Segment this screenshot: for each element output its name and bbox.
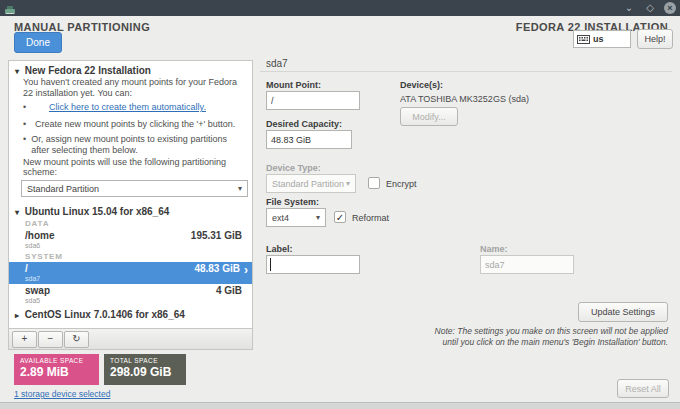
mount-name: / — [25, 263, 40, 274]
new-install-accordion-body: You haven't created any mount points for… — [9, 77, 252, 177]
mount-size: 195.31 GiB — [191, 230, 242, 249]
settings-note: Note: The settings you make on this scre… — [420, 326, 668, 348]
keyboard-layout-selector[interactable]: us — [573, 30, 631, 48]
mount-device: sda6 — [25, 241, 54, 250]
mount-size: 4 GiB — [216, 285, 242, 304]
bullet-plus-text: Create new mount points by clicking the … — [35, 119, 235, 130]
check-icon: ✓ — [336, 212, 344, 223]
encrypt-label: Encrypt — [386, 179, 417, 189]
file-system-label: File System: — [266, 197, 319, 207]
divider — [260, 71, 672, 72]
installer-app-icon — [4, 2, 16, 20]
keyboard-layout-value: us — [593, 34, 604, 44]
total-space-label: TOTAL SPACE — [110, 357, 180, 364]
mount-point-input[interactable] — [266, 91, 360, 110]
file-system-value: ext4 — [272, 213, 289, 223]
bullet-icon: • — [23, 134, 31, 155]
close-icon[interactable]: × — [664, 2, 676, 14]
name-input — [480, 255, 574, 274]
available-space-value: 2.89 MiB — [20, 365, 93, 379]
window-bottom-edge — [0, 402, 680, 409]
new-install-title: New Fedora 22 Installation — [25, 65, 151, 76]
manual-partitioning-window: ⌄ ◇ × MANUAL PARTITIONING FEDORA 22 INST… — [0, 0, 680, 409]
mount-device: sda5 — [25, 296, 50, 305]
bullet-icon: • — [23, 102, 35, 113]
collapse-icon: ▾ — [15, 208, 19, 217]
add-mount-button[interactable]: + — [12, 331, 37, 348]
label-field-label: Label: — [266, 244, 293, 254]
system-section-label: SYSTEM — [9, 251, 252, 262]
devices-label: Device(s): — [400, 80, 443, 90]
text-cursor — [270, 258, 271, 271]
mount-list-toolbar: + − ↻ — [9, 328, 252, 349]
name-field-label: Name: — [480, 244, 508, 254]
chevron-down-icon: ▾ — [238, 184, 242, 193]
collapse-icon: ▾ — [15, 67, 19, 76]
modify-devices-button[interactable]: Modify... — [400, 107, 458, 126]
mount-point-list-panel: ▾ New Fedora 22 Installation You haven't… — [8, 60, 253, 350]
partition-scheme-dropdown[interactable]: Standard Partition ▾ — [21, 180, 248, 197]
file-system-dropdown[interactable]: ext4 ▾ — [266, 208, 326, 227]
mount-size: 48.83 GiB — [194, 263, 240, 282]
reset-all-button[interactable]: Reset All — [617, 379, 669, 398]
device-type-value: Standard Partition — [272, 179, 344, 189]
chevron-down-icon: ▾ — [346, 179, 350, 188]
bullet-icon: • — [23, 119, 35, 130]
desired-capacity-input[interactable] — [266, 130, 352, 149]
os-group-centos[interactable]: ▸ CentOS Linux 7.0.1406 for x86_64 — [9, 306, 252, 321]
maximize-icon[interactable]: ◇ — [643, 1, 657, 15]
device-type-dropdown: Standard Partition ▾ — [266, 174, 356, 193]
mount-row-swap[interactable]: swap sda5 4 GiB — [9, 284, 252, 306]
available-space-badge: AVAILABLE SPACE 2.89 MiB — [14, 354, 99, 385]
minimize-icon[interactable]: ⌄ — [622, 1, 636, 15]
mount-device: sda7 — [25, 274, 40, 283]
expand-icon: ▸ — [15, 311, 19, 320]
ubuntu-group-title: Ubuntu Linux 15.04 for x86_64 — [25, 206, 170, 217]
new-install-accordion-header[interactable]: ▾ New Fedora 22 Installation — [9, 61, 252, 76]
chevron-down-icon: ▾ — [316, 213, 320, 222]
total-space-badge: TOTAL SPACE 298.09 GiB — [104, 354, 186, 385]
chevron-right-icon: › — [244, 263, 248, 282]
available-space-label: AVAILABLE SPACE — [20, 357, 93, 364]
reformat-checkbox[interactable]: ✓ — [334, 211, 346, 223]
window-titlebar: ⌄ ◇ × — [0, 0, 680, 16]
intro-text: You haven't created any mount points for… — [23, 77, 242, 98]
data-section-label: DATA — [9, 218, 252, 229]
refresh-icon[interactable]: ↻ — [64, 331, 89, 348]
done-button[interactable]: Done — [14, 32, 62, 53]
remove-mount-button[interactable]: − — [38, 331, 63, 348]
scheme-label: New mount points will use the following … — [23, 157, 242, 177]
mount-row-home[interactable]: /home sda6 195.31 GiB — [9, 229, 252, 251]
keyboard-icon — [577, 30, 590, 48]
encrypt-checkbox[interactable] — [368, 177, 380, 189]
update-settings-button[interactable]: Update Settings — [578, 302, 668, 322]
devices-value: ATA TOSHIBA MK3252GS (sda) — [400, 94, 529, 104]
mount-row-root[interactable]: / sda7 48.83 GiB › — [9, 262, 252, 284]
scheme-selected-value: Standard Partition — [27, 184, 99, 194]
desired-capacity-label: Desired Capacity: — [266, 119, 342, 129]
mount-name: /home — [25, 230, 54, 241]
help-button[interactable]: Help! — [637, 29, 673, 49]
bullet-assign-text: Or, assign new mount points to existing … — [31, 134, 242, 155]
label-input[interactable] — [266, 255, 360, 274]
total-space-value: 298.09 GiB — [110, 365, 180, 379]
storage-device-link[interactable]: 1 storage device selected — [14, 389, 110, 399]
reformat-label: Reformat — [352, 213, 389, 223]
autocreate-link[interactable]: Click here to create them automatically. — [49, 102, 206, 113]
selected-device-title: sda7 — [266, 58, 288, 69]
device-type-label: Device Type: — [266, 163, 321, 173]
mount-name: swap — [25, 285, 50, 296]
os-group-ubuntu[interactable]: ▾ Ubuntu Linux 15.04 for x86_64 — [9, 203, 252, 218]
centos-group-title: CentOS Linux 7.0.1406 for x86_64 — [25, 309, 185, 320]
mount-point-label: Mount Point: — [266, 80, 321, 90]
